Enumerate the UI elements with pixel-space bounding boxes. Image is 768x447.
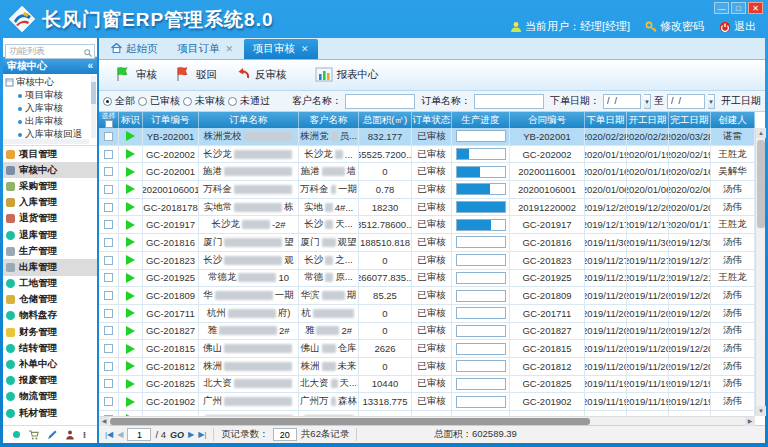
table-row[interactable]: GC-201925常德龙10常德原...266077.835...已审核GC-2… (99, 270, 755, 288)
customer-name-input[interactable] (345, 94, 415, 109)
table-row[interactable]: GC-201823长沙观长沙之...0已审核GC-2018232019/11/2… (99, 252, 755, 270)
unaudit-button[interactable]: 反审核 (229, 65, 293, 85)
row-checkbox[interactable] (104, 238, 113, 247)
person-icon[interactable] (65, 430, 75, 440)
row-checkbox[interactable] (104, 203, 113, 212)
table-row[interactable]: YB-202001株洲党校株洲党员...832.177已审核YB-2020012… (99, 128, 755, 146)
tree-vertical-scrollbar[interactable] (91, 76, 96, 138)
table-row[interactable]: GC-201809华一期华滨期85.25已审核GC-2018092019/11/… (99, 287, 755, 305)
radio-icon[interactable] (183, 97, 192, 106)
maximize-button[interactable]: □ (731, 2, 746, 14)
row-checkbox[interactable] (104, 150, 113, 159)
column-header[interactable]: 订单名称 (199, 112, 299, 128)
column-header[interactable]: 生产进度 (452, 112, 510, 128)
table-row[interactable]: GC-202001施港施港墙0已审核202001160012020/01/162… (99, 163, 755, 181)
row-checkbox[interactable] (104, 291, 113, 300)
row-checkbox[interactable] (104, 220, 113, 229)
radio-audited[interactable]: 已审核 (138, 94, 180, 108)
row-checkbox[interactable] (104, 132, 113, 141)
column-header[interactable]: 选择 (99, 112, 119, 128)
row-checkbox[interactable] (104, 167, 113, 176)
minimize-button[interactable]: — (714, 2, 729, 14)
table-row[interactable]: 20200106001万科金万科金一期0.78已审核20200106001202… (99, 181, 755, 199)
tree-item[interactable]: 出库审核 (5, 115, 89, 128)
select-all-checkbox[interactable] (105, 120, 113, 128)
column-header[interactable]: 客户名称 (299, 112, 359, 128)
table-row[interactable]: GC-201825北大资北大资天...10440已审核GC-2018252019… (99, 376, 755, 394)
column-header[interactable]: 订单状态 (412, 112, 452, 128)
radio-unaudited[interactable]: 未审核 (183, 94, 225, 108)
go-button[interactable]: GO (170, 430, 184, 440)
radio-failed[interactable]: 未通过 (228, 94, 270, 108)
calendar-dropdown-icon[interactable]: ▼ (644, 94, 651, 109)
table-row[interactable]: GC-201815佛山佛山仓库2626已审核GC-2018152019/11/2… (99, 340, 755, 358)
row-checkbox[interactable] (104, 185, 113, 194)
tab-project-order[interactable]: 项目订单✕ (169, 39, 243, 59)
sidebar-module[interactable]: 入库管理 (3, 195, 97, 211)
tree-item[interactable]: 项目审核 (5, 89, 89, 102)
radio-all[interactable]: 全部 (103, 94, 135, 108)
audit-button[interactable]: 审核 (109, 64, 163, 86)
row-checkbox[interactable] (104, 309, 113, 318)
sidebar-module[interactable]: 项目管理 (3, 146, 97, 162)
table-row[interactable]: GC-201816厦门望厦门观望188510.818已审核GC-20181620… (99, 234, 755, 252)
row-checkbox[interactable] (104, 256, 113, 265)
table-row[interactable]: GC-201902广州广州万森林13318.775已审核GC-201902201… (99, 393, 755, 411)
column-header[interactable]: 合同编号 (510, 112, 585, 128)
sidebar-module[interactable]: 生产管理 (3, 243, 97, 259)
tab-close-icon[interactable]: ✕ (301, 44, 309, 54)
vertical-scrollbar[interactable]: ▲ ▼ (755, 128, 765, 416)
tree-item[interactable]: 入库审核 (5, 102, 89, 115)
row-checkbox[interactable] (104, 326, 113, 335)
table-row[interactable]: GC-201917长沙龙-2#长沙天...8512.78600...已审核GC-… (99, 216, 755, 234)
page-number-input[interactable] (127, 428, 151, 441)
scroll-right-icon[interactable]: ▶ (745, 417, 755, 426)
first-page-button[interactable]: |◀ (105, 430, 113, 439)
order-name-input[interactable] (474, 94, 544, 109)
vertical-scroll-thumb[interactable] (757, 140, 765, 228)
tab-project-audit[interactable]: 项目审核✕ (244, 39, 318, 59)
sidebar-module[interactable]: 采购管理 (3, 178, 97, 194)
row-checkbox[interactable] (104, 379, 113, 388)
tab-close-icon[interactable]: ✕ (226, 44, 234, 54)
scroll-down-icon[interactable]: ▼ (756, 406, 766, 416)
pen-icon[interactable] (47, 430, 57, 440)
sidebar-module[interactable]: 报废管理 (3, 373, 97, 389)
dot-icon[interactable] (13, 431, 20, 438)
radio-icon[interactable] (228, 97, 237, 106)
order-date-to-input[interactable] (667, 94, 705, 109)
tab-home[interactable]: 起始页 (102, 39, 167, 59)
sidebar-module[interactable]: 审核中心 (3, 162, 97, 178)
sidebar-panel-header[interactable]: 审核中心 « (3, 57, 97, 74)
calendar-dropdown-icon[interactable]: ▼ (708, 94, 715, 109)
table-row[interactable]: GC-201827雅2#雅2#0已审核GC-2018272019/11/2020… (99, 323, 755, 341)
horizontal-scroll-thumb[interactable] (110, 418, 590, 425)
sidebar-module[interactable]: 耗材管理 (3, 405, 97, 421)
table-row[interactable]: GC-201812株洲株洲未来0已审核GC-2018122019/11/2020… (99, 358, 755, 376)
row-checkbox[interactable] (104, 397, 113, 406)
overflow-icon[interactable]: ⁝ (83, 430, 87, 440)
tree-root-node[interactable]: 审核中心 (5, 76, 89, 89)
cart-icon[interactable] (28, 430, 39, 440)
table-row[interactable]: GC-201711杭州府)杭0已审核GC-2017112019/11/20201… (99, 305, 755, 323)
sidebar-module[interactable]: 补单中心 (3, 356, 97, 372)
logout-button[interactable]: 退出 (719, 19, 756, 34)
next-page-button[interactable]: ▶ (188, 430, 194, 439)
prev-page-button[interactable]: ◀ (117, 430, 123, 439)
change-password-button[interactable]: 修改密码 (645, 19, 704, 34)
column-header[interactable]: 下单日期 (585, 112, 627, 128)
column-header[interactable]: 开工日期 (627, 112, 669, 128)
order-date-from-input[interactable] (603, 94, 641, 109)
column-header[interactable]: 标识 (119, 112, 143, 128)
column-header[interactable]: 完工日期 (669, 112, 711, 128)
sidebar-module[interactable]: 仓储管理 (3, 292, 97, 308)
sidebar-module[interactable]: 财务管理 (3, 324, 97, 340)
column-header[interactable]: 总面积(㎡) (359, 112, 412, 128)
sidebar-module[interactable]: 物流管理 (3, 389, 97, 405)
horizontal-scrollbar[interactable]: ◀ ▶ (99, 416, 755, 425)
row-checkbox[interactable] (104, 344, 113, 353)
tree-horizontal-scrollbar[interactable] (4, 139, 89, 144)
radio-icon[interactable] (103, 97, 112, 106)
sidebar-module[interactable]: 结转管理 (3, 340, 97, 356)
page-size-input[interactable] (273, 428, 297, 441)
